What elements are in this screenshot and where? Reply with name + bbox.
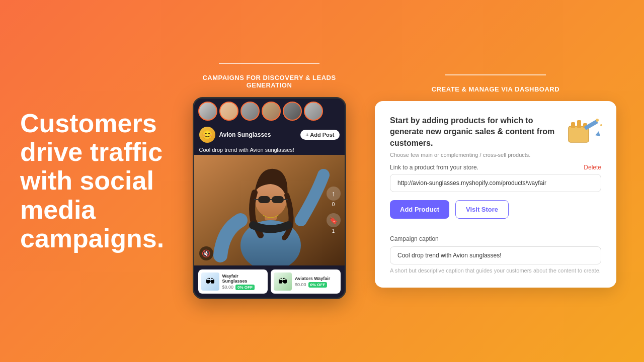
product-thumb: 🕶 bbox=[274, 273, 292, 291]
product-price: $0.00 bbox=[222, 285, 234, 290]
bookmark-icon: 🔖 bbox=[327, 213, 341, 227]
post-caption: Cool drop trend with Avion sunglasses! bbox=[194, 146, 345, 155]
bookmark-action[interactable]: 🔖 1 bbox=[327, 213, 341, 234]
product-name: Wayfair Sunglasses bbox=[222, 274, 265, 284]
post-image-svg bbox=[194, 155, 345, 265]
story-avatar bbox=[198, 102, 217, 121]
caption-section: Campaign caption A short but descriptive… bbox=[390, 235, 601, 274]
product-badge: 0% OFF bbox=[308, 282, 328, 288]
product-card[interactable]: 🕶 Wayfair Sunglasses $0.00 0% OFF bbox=[198, 269, 268, 294]
mute-button[interactable]: 🔇 bbox=[199, 246, 213, 260]
hero-text: Customers drive traffic with social medi… bbox=[20, 109, 171, 253]
middle-divider bbox=[219, 63, 319, 64]
share-action[interactable]: ↑ 0 bbox=[327, 187, 341, 207]
middle-section-label: CAMPAIGNS FOR DISCOVERY & LEADS GENERATI… bbox=[186, 74, 352, 89]
delete-link[interactable]: Delete bbox=[584, 164, 601, 171]
story-avatar bbox=[262, 102, 281, 121]
dashboard-card: Start by adding products for which to ge… bbox=[375, 101, 616, 288]
caption-hint: A short but descriptive caption that gui… bbox=[390, 267, 601, 274]
product-url-input[interactable] bbox=[390, 174, 601, 192]
product-link-label-row: Link to a product from your store. Delet… bbox=[390, 164, 601, 171]
phone-mockup: 😊 Avion Sunglasses + Add Post Cool drop … bbox=[193, 97, 346, 299]
left-section: Customers drive traffic with social medi… bbox=[20, 109, 171, 253]
product-price: $0.00 bbox=[295, 282, 306, 287]
post-image: ↑ 0 🔖 1 🔇 bbox=[194, 155, 345, 265]
story-avatar bbox=[304, 102, 323, 121]
svg-rect-11 bbox=[577, 120, 581, 128]
dashboard-intro-title: Start by adding products for which to ge… bbox=[390, 115, 561, 149]
dashboard-hint: Choose few main or complementing / cross… bbox=[390, 152, 601, 158]
product-link-text: Link to a product from your store. bbox=[390, 164, 478, 171]
story-avatar bbox=[219, 102, 238, 121]
post-user-info: 😊 Avion Sunglasses bbox=[199, 127, 271, 143]
share-count: 0 bbox=[332, 202, 335, 207]
section-divider-line bbox=[390, 227, 601, 227]
story-avatar bbox=[240, 102, 260, 121]
svg-marker-14 bbox=[595, 131, 600, 136]
product-thumb: 🕶 bbox=[201, 273, 219, 291]
dashboard-illustration bbox=[566, 111, 606, 151]
product-price-row: $0.00 0% OFF bbox=[295, 282, 338, 288]
product-price-row: $0.00 0% OFF bbox=[222, 285, 265, 290]
visit-store-button[interactable]: Visit Store bbox=[455, 200, 509, 219]
svg-rect-5 bbox=[272, 196, 284, 203]
product-name: Aviators Wayfair bbox=[295, 276, 338, 281]
right-divider bbox=[445, 74, 546, 75]
post-username: Avion Sunglasses bbox=[219, 131, 271, 138]
product-info: Aviators Wayfair $0.00 0% OFF bbox=[295, 276, 338, 288]
svg-rect-4 bbox=[258, 196, 270, 203]
caption-input[interactable] bbox=[390, 246, 601, 264]
add-product-button[interactable]: Add Product bbox=[390, 200, 449, 219]
middle-section: CAMPAIGNS FOR DISCOVERY & LEADS GENERATI… bbox=[186, 63, 352, 299]
post-header: 😊 Avion Sunglasses + Add Post bbox=[194, 124, 345, 146]
bookmark-count: 1 bbox=[332, 228, 335, 234]
svg-point-16 bbox=[600, 124, 602, 126]
svg-point-15 bbox=[596, 119, 599, 122]
product-info: Wayfair Sunglasses $0.00 0% OFF bbox=[222, 274, 265, 290]
image-content bbox=[194, 155, 345, 265]
products-row: 🕶 Wayfair Sunglasses $0.00 0% OFF 🕶 Avia… bbox=[194, 265, 345, 298]
product-card[interactable]: 🕶 Aviators Wayfair $0.00 0% OFF bbox=[271, 269, 341, 294]
caption-label: Campaign caption bbox=[390, 235, 601, 242]
product-link-section: Link to a product from your store. Delet… bbox=[390, 164, 601, 192]
right-section-label: CREATE & MANAGE VIA DASHBOARD bbox=[432, 85, 559, 93]
story-avatar bbox=[283, 102, 302, 121]
post-avatar: 😊 bbox=[199, 127, 215, 143]
main-layout: Customers drive traffic with social medi… bbox=[0, 0, 644, 362]
share-icon: ↑ bbox=[327, 187, 341, 201]
btn-row: Add Product Visit Store bbox=[390, 200, 601, 219]
svg-rect-10 bbox=[571, 122, 575, 128]
add-post-button[interactable]: + Add Post bbox=[300, 130, 339, 140]
right-section: CREATE & MANAGE VIA DASHBOARD bbox=[367, 74, 624, 288]
product-badge: 0% OFF bbox=[235, 285, 255, 290]
illustration-svg bbox=[566, 111, 606, 151]
stories-row bbox=[194, 99, 345, 124]
